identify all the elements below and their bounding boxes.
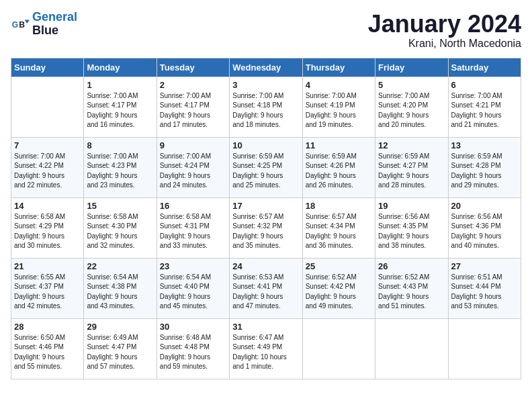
calendar-cell: 14Sunrise: 6:58 AM Sunset: 4:29 PM Dayli… — [11, 197, 84, 258]
weekday-header-thursday: Thursday — [302, 58, 375, 77]
day-info: Sunrise: 6:51 AM Sunset: 4:44 PM Dayligh… — [451, 273, 518, 312]
day-info: Sunrise: 6:59 AM Sunset: 4:25 PM Dayligh… — [232, 152, 299, 191]
day-info: Sunrise: 6:54 AM Sunset: 4:40 PM Dayligh… — [160, 273, 226, 312]
day-number: 1 — [87, 80, 153, 90]
day-number: 17 — [232, 201, 299, 211]
day-info: Sunrise: 7:00 AM Sunset: 4:21 PM Dayligh… — [451, 91, 518, 130]
weekday-header-tuesday: Tuesday — [157, 58, 229, 77]
weekday-header-sunday: Sunday — [11, 58, 84, 77]
calendar-cell: 6Sunrise: 7:00 AM Sunset: 4:21 PM Daylig… — [448, 77, 521, 137]
day-number: 31 — [232, 322, 299, 332]
calendar-header: SundayMondayTuesdayWednesdayThursdayFrid… — [11, 58, 521, 77]
calendar-cell: 30Sunrise: 6:48 AM Sunset: 4:48 PM Dayli… — [157, 318, 229, 379]
weekday-header-monday: Monday — [84, 58, 157, 77]
day-number: 11 — [306, 140, 372, 150]
calendar-cell: 16Sunrise: 6:58 AM Sunset: 4:31 PM Dayli… — [157, 197, 229, 258]
day-info: Sunrise: 6:47 AM Sunset: 4:49 PM Dayligh… — [232, 333, 299, 372]
calendar-cell: 20Sunrise: 6:56 AM Sunset: 4:36 PM Dayli… — [448, 197, 521, 258]
logo-text: General Blue — [32, 11, 77, 38]
day-info: Sunrise: 7:00 AM Sunset: 4:18 PM Dayligh… — [232, 91, 299, 130]
calendar-cell: 24Sunrise: 6:53 AM Sunset: 4:41 PM Dayli… — [230, 258, 302, 318]
location-subtitle: Krani, North Macedonia — [368, 38, 521, 50]
day-number: 14 — [14, 201, 81, 211]
calendar-week-1: 7Sunrise: 7:00 AM Sunset: 4:22 PM Daylig… — [11, 137, 521, 197]
day-number: 3 — [232, 80, 299, 90]
calendar-cell: 17Sunrise: 6:57 AM Sunset: 4:32 PM Dayli… — [230, 197, 302, 258]
calendar-cell: 7Sunrise: 7:00 AM Sunset: 4:22 PM Daylig… — [11, 137, 84, 197]
day-number: 22 — [87, 261, 153, 271]
day-info: Sunrise: 7:00 AM Sunset: 4:17 PM Dayligh… — [160, 91, 226, 130]
day-info: Sunrise: 6:58 AM Sunset: 4:31 PM Dayligh… — [160, 212, 226, 251]
calendar-cell: 27Sunrise: 6:51 AM Sunset: 4:44 PM Dayli… — [448, 258, 521, 318]
day-number: 2 — [160, 80, 226, 90]
calendar-cell: 2Sunrise: 7:00 AM Sunset: 4:17 PM Daylig… — [157, 77, 229, 137]
logo: G B General Blue — [11, 11, 77, 38]
calendar-cell: 15Sunrise: 6:58 AM Sunset: 4:30 PM Dayli… — [84, 197, 157, 258]
calendar-cell: 28Sunrise: 6:50 AM Sunset: 4:46 PM Dayli… — [11, 318, 84, 379]
title-block: January 2024 Krani, North Macedonia — [368, 11, 521, 50]
day-number: 26 — [378, 261, 445, 271]
calendar-week-3: 21Sunrise: 6:55 AM Sunset: 4:37 PM Dayli… — [11, 258, 521, 318]
logo-line2: Blue — [32, 24, 58, 37]
day-number: 30 — [160, 322, 226, 332]
day-number: 18 — [306, 201, 372, 211]
day-info: Sunrise: 6:57 AM Sunset: 4:34 PM Dayligh… — [306, 212, 372, 251]
day-number: 23 — [160, 261, 226, 271]
day-number: 19 — [378, 201, 445, 211]
day-info: Sunrise: 6:53 AM Sunset: 4:41 PM Dayligh… — [232, 273, 299, 312]
calendar-cell: 21Sunrise: 6:55 AM Sunset: 4:37 PM Dayli… — [11, 258, 84, 318]
day-info: Sunrise: 6:50 AM Sunset: 4:46 PM Dayligh… — [14, 333, 81, 372]
calendar-cell: 12Sunrise: 6:59 AM Sunset: 4:27 PM Dayli… — [375, 137, 448, 197]
day-info: Sunrise: 6:52 AM Sunset: 4:42 PM Dayligh… — [306, 273, 372, 312]
day-info: Sunrise: 6:56 AM Sunset: 4:36 PM Dayligh… — [451, 212, 518, 251]
day-number: 6 — [451, 80, 518, 90]
day-info: Sunrise: 6:58 AM Sunset: 4:30 PM Dayligh… — [87, 212, 153, 251]
calendar-week-4: 28Sunrise: 6:50 AM Sunset: 4:46 PM Dayli… — [11, 318, 521, 379]
day-info: Sunrise: 6:52 AM Sunset: 4:43 PM Dayligh… — [378, 273, 445, 312]
logo-line1: General — [32, 10, 77, 24]
weekday-header-friday: Friday — [375, 58, 448, 77]
day-info: Sunrise: 7:00 AM Sunset: 4:17 PM Dayligh… — [87, 91, 153, 130]
day-number: 8 — [87, 140, 153, 150]
calendar-cell: 8Sunrise: 7:00 AM Sunset: 4:23 PM Daylig… — [84, 137, 157, 197]
day-number: 24 — [232, 261, 299, 271]
calendar-cell: 19Sunrise: 6:56 AM Sunset: 4:35 PM Dayli… — [375, 197, 448, 258]
calendar-week-2: 14Sunrise: 6:58 AM Sunset: 4:29 PM Dayli… — [11, 197, 521, 258]
day-number: 13 — [451, 140, 518, 150]
day-info: Sunrise: 6:57 AM Sunset: 4:32 PM Dayligh… — [232, 212, 299, 251]
calendar-cell: 9Sunrise: 7:00 AM Sunset: 4:24 PM Daylig… — [157, 137, 229, 197]
day-info: Sunrise: 6:58 AM Sunset: 4:29 PM Dayligh… — [14, 212, 81, 251]
day-number: 5 — [378, 80, 445, 90]
day-number: 28 — [14, 322, 81, 332]
calendar-cell: 26Sunrise: 6:52 AM Sunset: 4:43 PM Dayli… — [375, 258, 448, 318]
calendar-cell — [11, 77, 84, 137]
weekday-header-saturday: Saturday — [448, 58, 521, 77]
day-number: 7 — [14, 140, 81, 150]
calendar-cell: 29Sunrise: 6:49 AM Sunset: 4:47 PM Dayli… — [84, 318, 157, 379]
calendar-cell: 25Sunrise: 6:52 AM Sunset: 4:42 PM Dayli… — [302, 258, 375, 318]
day-info: Sunrise: 6:49 AM Sunset: 4:47 PM Dayligh… — [87, 333, 153, 372]
weekday-header-row: SundayMondayTuesdayWednesdayThursdayFrid… — [11, 58, 521, 77]
calendar-cell: 10Sunrise: 6:59 AM Sunset: 4:25 PM Dayli… — [230, 137, 302, 197]
calendar-cell: 4Sunrise: 7:00 AM Sunset: 4:19 PM Daylig… — [302, 77, 375, 137]
day-info: Sunrise: 7:00 AM Sunset: 4:19 PM Dayligh… — [306, 91, 372, 130]
calendar-cell: 11Sunrise: 6:59 AM Sunset: 4:26 PM Dayli… — [302, 137, 375, 197]
calendar-cell — [302, 318, 375, 379]
month-title: January 2024 — [368, 11, 521, 38]
calendar-cell: 3Sunrise: 7:00 AM Sunset: 4:18 PM Daylig… — [230, 77, 302, 137]
weekday-header-wednesday: Wednesday — [230, 58, 302, 77]
logo-icon: G B — [11, 15, 30, 34]
calendar-body: 1Sunrise: 7:00 AM Sunset: 4:17 PM Daylig… — [11, 77, 521, 379]
day-number: 9 — [160, 140, 226, 150]
calendar-cell — [375, 318, 448, 379]
day-info: Sunrise: 6:56 AM Sunset: 4:35 PM Dayligh… — [378, 212, 445, 251]
day-number: 21 — [14, 261, 81, 271]
svg-text:B: B — [19, 19, 25, 29]
calendar-cell: 22Sunrise: 6:54 AM Sunset: 4:38 PM Dayli… — [84, 258, 157, 318]
day-number: 27 — [451, 261, 518, 271]
svg-text:G: G — [12, 19, 18, 29]
day-info: Sunrise: 7:00 AM Sunset: 4:23 PM Dayligh… — [87, 152, 153, 191]
calendar-cell: 13Sunrise: 6:59 AM Sunset: 4:28 PM Dayli… — [448, 137, 521, 197]
day-info: Sunrise: 6:59 AM Sunset: 4:28 PM Dayligh… — [451, 152, 518, 191]
day-number: 20 — [451, 201, 518, 211]
